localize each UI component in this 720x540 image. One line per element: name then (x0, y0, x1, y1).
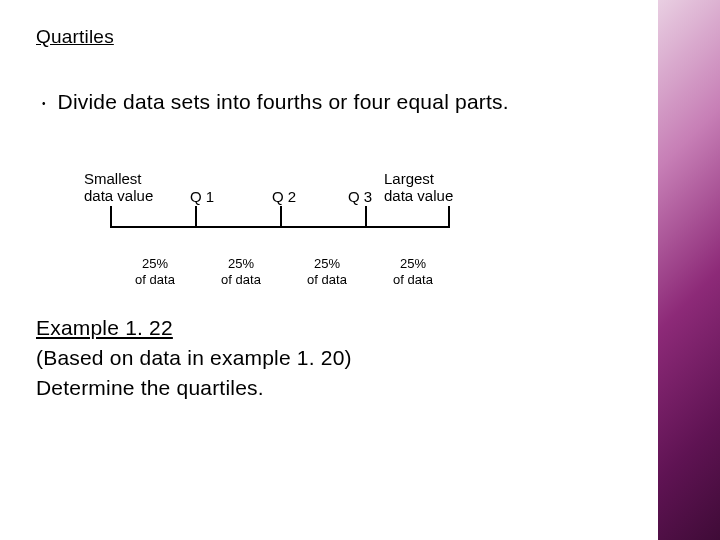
segment-4: 25% of data (378, 256, 448, 287)
slide-title: Quartiles (36, 26, 684, 48)
tick-max (448, 206, 450, 228)
segment-4-pct: 25% (378, 256, 448, 272)
segment-2: 25% of data (206, 256, 276, 287)
label-smallest: Smallest data value (84, 170, 153, 205)
segment-2-text: of data (206, 272, 276, 288)
segment-3-pct: 25% (292, 256, 362, 272)
bullet-text: Divide data sets into fourths or four eq… (58, 90, 509, 114)
label-q1: Q 1 (190, 188, 214, 205)
label-q3: Q 3 (348, 188, 372, 205)
tick-q1 (195, 206, 197, 228)
bullet-dot-icon: • (42, 90, 46, 118)
tick-min (110, 206, 112, 228)
example-line-1: (Based on data in example 1. 20) (36, 346, 684, 370)
slide-content: Quartiles • Divide data sets into fourth… (0, 0, 720, 400)
segment-1: 25% of data (120, 256, 190, 287)
tick-q2 (280, 206, 282, 228)
tick-q3 (365, 206, 367, 228)
number-line (110, 226, 450, 250)
example-heading: Example 1. 22 (36, 316, 684, 340)
label-largest: Largest data value (384, 170, 453, 205)
segment-4-text: of data (378, 272, 448, 288)
quartile-diagram: Smallest data value Q 1 Q 2 Q 3 Largest … (84, 170, 484, 290)
segment-2-pct: 25% (206, 256, 276, 272)
label-q2: Q 2 (272, 188, 296, 205)
example-block: Example 1. 22 (Based on data in example … (36, 316, 684, 400)
segment-3-text: of data (292, 272, 362, 288)
segment-3: 25% of data (292, 256, 362, 287)
side-accent (658, 0, 720, 540)
bullet-row: • Divide data sets into fourths or four … (42, 90, 684, 118)
segment-1-pct: 25% (120, 256, 190, 272)
segment-1-text: of data (120, 272, 190, 288)
example-line-2: Determine the quartiles. (36, 376, 684, 400)
